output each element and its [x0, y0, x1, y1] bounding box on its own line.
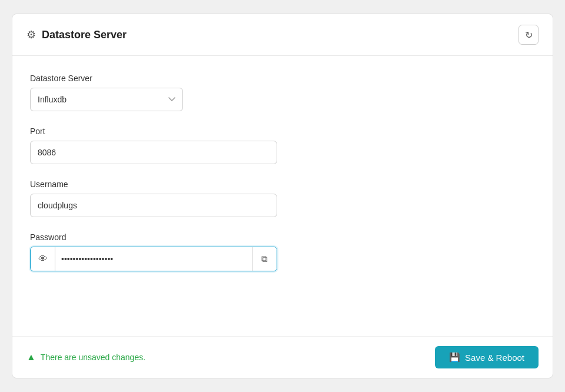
datastore-select-wrapper: Influxdb MySQL PostgreSQL [30, 88, 183, 111]
card-body: Datastore Server Influxdb MySQL PostgreS… [12, 56, 553, 334]
port-label: Port [30, 127, 535, 136]
password-copy-button[interactable]: ⧉ [252, 247, 277, 271]
password-field-wrapper: 👁 ⧉ [30, 247, 277, 271]
card-header: ⚙ Datastore Server ↻ [12, 14, 553, 56]
page-title: Datastore Server [42, 29, 127, 41]
datastore-select[interactable]: Influxdb MySQL PostgreSQL [30, 88, 183, 111]
password-input[interactable] [55, 247, 252, 271]
port-input[interactable] [30, 141, 277, 164]
eye-icon: 👁 [38, 254, 48, 264]
username-label: Username [30, 180, 535, 189]
settings-card: ⚙ Datastore Server ↻ Datastore Server In… [12, 14, 553, 378]
refresh-icon: ↻ [525, 29, 533, 41]
save-icon: 💾 [449, 352, 460, 363]
gear-icon: ⚙ [26, 28, 36, 41]
datastore-group: Datastore Server Influxdb MySQL PostgreS… [30, 74, 535, 111]
warning-triangle-icon: ▲ [26, 352, 36, 363]
header-left: ⚙ Datastore Server [26, 28, 127, 41]
username-input[interactable] [30, 194, 277, 217]
port-group: Port [30, 127, 535, 164]
password-label: Password [30, 232, 535, 242]
unsaved-text: There are unsaved changes. [41, 353, 145, 362]
datastore-label: Datastore Server [30, 74, 535, 83]
save-button-label: Save & Reboot [465, 353, 524, 363]
password-toggle-button[interactable]: 👁 [31, 247, 55, 271]
save-reboot-button[interactable]: 💾 Save & Reboot [435, 346, 539, 368]
card-footer: ▲ There are unsaved changes. 💾 Save & Re… [12, 336, 553, 378]
refresh-button[interactable]: ↻ [519, 25, 539, 45]
copy-icon: ⧉ [261, 254, 268, 264]
unsaved-notice: ▲ There are unsaved changes. [26, 352, 145, 363]
username-group: Username [30, 180, 535, 217]
password-group: Password 👁 ⧉ [30, 232, 535, 271]
